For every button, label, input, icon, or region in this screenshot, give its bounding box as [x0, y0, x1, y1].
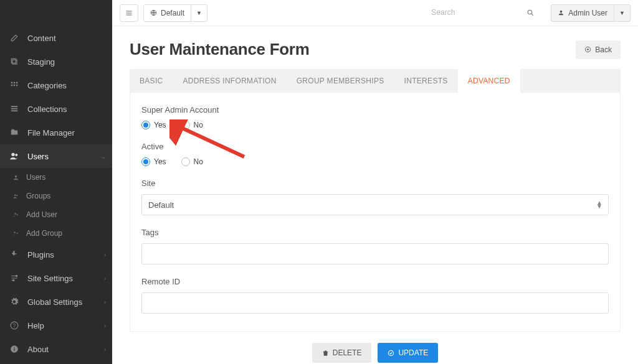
sidebar-item-staging[interactable]: Staging: [0, 50, 112, 73]
sidebar-sub-groups[interactable]: Groups: [0, 187, 112, 205]
tab-group-memberships[interactable]: GROUP MEMBERSHIPS: [287, 69, 394, 93]
sidebar-sub-label: Add User: [26, 210, 57, 219]
sidebar-sub-label: Add Group: [26, 229, 62, 238]
globe-icon: [150, 9, 157, 16]
chevron-right-icon: ›: [104, 322, 106, 329]
select-caret-icon: ▲▼: [596, 201, 602, 208]
radio-icon: [181, 121, 190, 129]
sidebar-item-label: Categories: [27, 81, 67, 90]
back-button-label: Back: [595, 45, 612, 54]
super-admin-yes-radio[interactable]: Yes: [141, 121, 166, 129]
tab-advanced[interactable]: ADVANCED: [458, 69, 520, 93]
pencil-icon: [9, 32, 20, 44]
sidebar-item-site-settings[interactable]: Site Settings ›: [0, 266, 112, 290]
sidebar-sub-add-user[interactable]: Add User: [0, 205, 112, 224]
svg-rect-2: [11, 82, 12, 83]
caret-down-icon: ▼: [196, 10, 202, 16]
svg-rect-5: [11, 85, 12, 86]
advanced-form: Super Admin Account Yes No Active: [130, 93, 621, 332]
content-area: User Maintenance Form Back BASIC ADDRESS…: [112, 26, 638, 364]
sidebar-item-label: Help: [27, 321, 44, 330]
site-select-caret[interactable]: ▼: [191, 4, 207, 22]
sidebar-item-file-manager[interactable]: File Manager: [0, 121, 112, 144]
radio-no-label: No: [194, 157, 203, 166]
admin-user-caret[interactable]: ▼: [614, 4, 631, 22]
delete-button-label: DELETE: [333, 348, 362, 357]
svg-rect-0: [12, 60, 17, 64]
radio-no-label: No: [194, 121, 203, 129]
plus-circle-icon: [584, 46, 591, 53]
svg-rect-23: [14, 348, 14, 351]
search-input[interactable]: [431, 4, 537, 22]
radio-icon: [181, 157, 190, 166]
update-button[interactable]: UPDATE: [378, 343, 438, 363]
super-admin-no-radio[interactable]: No: [181, 121, 203, 129]
site-label: Site: [141, 179, 609, 188]
sidebar-sub-add-group[interactable]: Add Group: [0, 224, 112, 243]
chevron-down-icon: ⌄: [101, 153, 106, 160]
active-no-radio[interactable]: No: [181, 157, 203, 166]
form-footer: DELETE UPDATE: [112, 332, 638, 364]
active-label: Active: [141, 142, 609, 151]
svg-rect-10: [11, 110, 18, 111]
svg-point-12: [15, 154, 17, 156]
sidebar-item-about[interactable]: About ›: [0, 337, 112, 361]
site-select-label: Default: [161, 9, 184, 17]
sidebar-item-categories[interactable]: Categories: [0, 73, 112, 97]
sidebar-item-content[interactable]: Content: [0, 26, 112, 50]
sidebar-item-users[interactable]: Users ⌄: [0, 144, 112, 168]
sliders-icon: [9, 273, 20, 284]
svg-point-15: [16, 194, 17, 195]
sidebar-item-label: Collections: [27, 105, 67, 114]
site-select-button[interactable]: Default: [143, 4, 191, 22]
sidebar-item-global-settings[interactable]: Global Settings ›: [0, 290, 112, 314]
svg-rect-25: [126, 11, 132, 11]
site-select[interactable]: Default: [141, 194, 609, 215]
users-plus-icon: [11, 229, 20, 238]
svg-rect-26: [126, 12, 132, 13]
svg-rect-24: [14, 347, 14, 348]
tab-bar: BASIC ADDRESS INFORMATION GROUP MEMBERSH…: [130, 69, 621, 93]
back-button[interactable]: Back: [576, 40, 621, 59]
admin-user-button[interactable]: Admin User: [551, 4, 614, 22]
update-button-label: UPDATE: [398, 348, 428, 357]
svg-rect-1: [11, 58, 16, 63]
check-circle-icon: [388, 350, 394, 357]
sidebar-item-plugins[interactable]: Plugins ›: [0, 243, 112, 266]
chevron-right-icon: ›: [104, 346, 106, 353]
sidebar-item-label: Global Settings: [27, 297, 82, 307]
sidebar-item-label: About: [27, 345, 49, 354]
admin-user-label: Admin User: [568, 9, 607, 17]
sidebar-item-collections[interactable]: Collections: [0, 97, 112, 121]
hamburger-icon: [125, 9, 133, 17]
sidebar-item-label: Site Settings: [27, 274, 73, 283]
svg-point-30: [560, 11, 563, 13]
svg-point-18: [16, 275, 17, 276]
delete-button[interactable]: DELETE: [312, 343, 372, 363]
radio-icon: [141, 121, 150, 129]
folder-icon: [9, 127, 20, 138]
svg-point-13: [14, 175, 17, 177]
sidebar-sub-users[interactable]: Users: [0, 168, 112, 187]
tab-interests[interactable]: INTERESTS: [394, 69, 458, 93]
sidebar-item-help[interactable]: ? Help ›: [0, 314, 112, 337]
tab-address-information[interactable]: ADDRESS INFORMATION: [173, 69, 287, 93]
user-icon: [11, 173, 20, 182]
site-select-value: Default: [148, 200, 174, 210]
tags-input[interactable]: [141, 243, 609, 264]
chevron-right-icon: ›: [104, 275, 106, 282]
menu-toggle-button[interactable]: [120, 4, 138, 22]
remote-id-input[interactable]: [141, 292, 609, 314]
svg-rect-9: [11, 108, 18, 110]
grid-icon: [9, 80, 20, 91]
tab-basic[interactable]: BASIC: [130, 69, 173, 93]
plug-icon: [9, 249, 20, 260]
copy-icon: [9, 56, 20, 67]
svg-point-19: [13, 279, 14, 281]
page-title: User Maintenance Form: [130, 40, 309, 59]
list-icon: [9, 103, 20, 114]
radio-icon: [141, 157, 150, 166]
search-icon[interactable]: [526, 9, 535, 17]
sidebar-item-label: Users: [27, 152, 49, 161]
active-yes-radio[interactable]: Yes: [141, 157, 166, 166]
